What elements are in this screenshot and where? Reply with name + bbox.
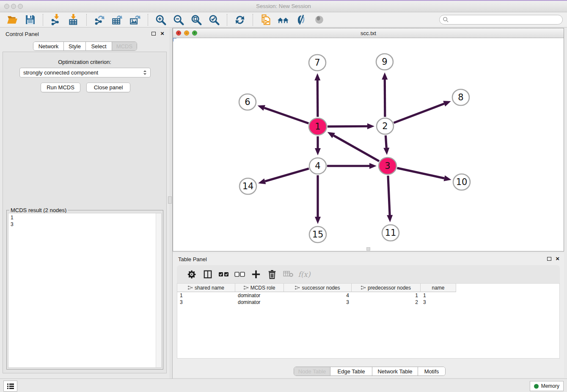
save-icon[interactable]: [24, 14, 36, 26]
tab-edge-table[interactable]: Edge Table: [330, 367, 372, 375]
table-cell[interactable]: 2: [352, 299, 421, 306]
home-icon[interactable]: [277, 14, 290, 26]
zoom-in-icon[interactable]: [154, 14, 167, 26]
table-row[interactable]: 1dominator411: [177, 292, 559, 299]
float-panel-icon[interactable]: [151, 32, 156, 36]
tab-node-table[interactable]: Node Table: [294, 367, 330, 375]
add-icon[interactable]: [248, 268, 264, 280]
network-graph[interactable]: 7968124314101511: [173, 38, 564, 251]
export-table-icon[interactable]: [111, 14, 124, 26]
memory-label: Memory: [541, 383, 559, 389]
node-label-7: 7: [314, 58, 320, 68]
control-panel-title: Control Panel: [6, 31, 39, 37]
table-cell[interactable]: 4: [284, 292, 352, 299]
column-header-predecessor-nodes[interactable]: predecessor nodes: [352, 284, 421, 292]
canvas-resize-grip[interactable]: [366, 247, 370, 251]
optimization-criterion-select[interactable]: strongly connected component: [19, 68, 151, 77]
table-cell[interactable]: 1: [177, 292, 235, 299]
zoom-fit-icon[interactable]: [190, 14, 203, 26]
edge-1-6[interactable]: [264, 108, 309, 124]
node-label-10: 10: [456, 177, 468, 187]
edge-2-3[interactable]: [385, 135, 386, 148]
toolbar-separator: [43, 14, 43, 26]
zoom-selected-icon[interactable]: [208, 14, 220, 26]
deselect-all-icon[interactable]: [232, 268, 248, 280]
sort-hierarchy-icon: [188, 286, 193, 290]
zoom-out-icon[interactable]: [172, 14, 185, 26]
table-cell[interactable]: 3: [284, 299, 352, 306]
tab-style[interactable]: Style: [64, 42, 86, 50]
edge-3-1[interactable]: [333, 135, 379, 161]
table-row[interactable]: 3dominator323: [177, 299, 559, 306]
hide-style-icon[interactable]: [295, 14, 308, 26]
memory-button[interactable]: Memory: [530, 381, 564, 391]
edge-2-8[interactable]: [394, 104, 444, 123]
mcds-result-list[interactable]: 13: [8, 213, 162, 368]
close-panel-button[interactable]: Close panel: [86, 83, 130, 92]
search-input[interactable]: [449, 15, 562, 24]
arrowhead-icon: [369, 163, 377, 169]
export-network-icon[interactable]: [93, 14, 106, 26]
gear-icon[interactable]: [184, 268, 200, 280]
close-panel-icon[interactable]: ×: [160, 30, 164, 37]
column-header-successor-nodes[interactable]: successor nodes: [284, 284, 352, 292]
select-all-icon[interactable]: [216, 268, 232, 280]
arrowhead-icon: [315, 217, 321, 224]
edge-3-11[interactable]: [388, 176, 390, 215]
table-cell[interactable]: 3: [177, 299, 235, 306]
run-mcds-button[interactable]: Run MCDS: [41, 83, 80, 92]
search-icon: [443, 17, 449, 23]
edge-1-7[interactable]: [317, 80, 318, 117]
column-header-MCDS-role[interactable]: MCDS role: [235, 284, 284, 292]
tab-mcds[interactable]: MCDS: [112, 42, 137, 50]
arrowhead-icon: [258, 105, 265, 110]
split-columns-icon[interactable]: [200, 268, 216, 280]
table-cell[interactable]: 3: [421, 299, 456, 306]
tab-network[interactable]: Network: [33, 42, 64, 50]
arrowhead-icon: [443, 101, 451, 106]
edge-4-14[interactable]: [265, 168, 309, 181]
close-table-panel-icon[interactable]: ×: [556, 255, 559, 262]
result-scrollbar[interactable]: [156, 213, 161, 367]
node-label-14: 14: [242, 181, 254, 191]
edge-2-9[interactable]: [385, 80, 385, 117]
result-line: 3: [11, 221, 159, 228]
toolbar-separator: [253, 14, 253, 26]
network-canvas[interactable]: 7968124314101511: [173, 38, 564, 251]
arrowhead-icon: [315, 148, 321, 155]
node-label-15: 15: [312, 229, 324, 240]
network-window-title: scc.txt: [173, 30, 564, 36]
tab-select[interactable]: Select: [86, 42, 112, 50]
search-field[interactable]: [439, 15, 563, 25]
table-cell[interactable]: dominator: [235, 292, 284, 299]
splitter-grip[interactable]: [168, 196, 172, 204]
node-label-2: 2: [382, 121, 388, 131]
edge-1-2[interactable]: [328, 126, 367, 127]
copy-network-icon[interactable]: [259, 14, 272, 26]
tab-network-table[interactable]: Network Table: [372, 367, 418, 375]
node-table[interactable]: shared nameMCDS rolesuccessor nodesprede…: [177, 283, 560, 359]
column-header-shared-name[interactable]: shared name: [177, 284, 235, 292]
column-header-name[interactable]: name: [421, 284, 456, 292]
export-image-icon[interactable]: [129, 14, 141, 26]
import-network-icon[interactable]: [50, 14, 62, 26]
node-label-9: 9: [382, 57, 387, 67]
table-cell[interactable]: 1: [352, 292, 421, 299]
tab-motifs[interactable]: Motifs: [418, 367, 445, 375]
float-table-panel-icon[interactable]: [547, 257, 551, 261]
table-cell[interactable]: dominator: [235, 299, 284, 306]
node-label-6: 6: [245, 97, 250, 107]
table-cell[interactable]: 1: [421, 292, 456, 299]
task-history-button[interactable]: [3, 381, 17, 392]
refresh-icon[interactable]: [234, 14, 246, 26]
table-panel-title: Table Panel: [178, 256, 207, 262]
network-view-window: × − + scc.txt 7968124314101511: [173, 28, 564, 251]
import-table-icon[interactable]: [67, 14, 80, 26]
edge-3-10[interactable]: [397, 168, 444, 178]
open-folder-icon[interactable]: [6, 14, 19, 26]
delete-icon[interactable]: [264, 268, 280, 280]
panel-splitter[interactable]: [169, 28, 173, 378]
table-panel-header: Table Panel ×: [173, 253, 564, 265]
arrowhead-icon: [443, 175, 451, 181]
node-label-11: 11: [385, 228, 396, 238]
